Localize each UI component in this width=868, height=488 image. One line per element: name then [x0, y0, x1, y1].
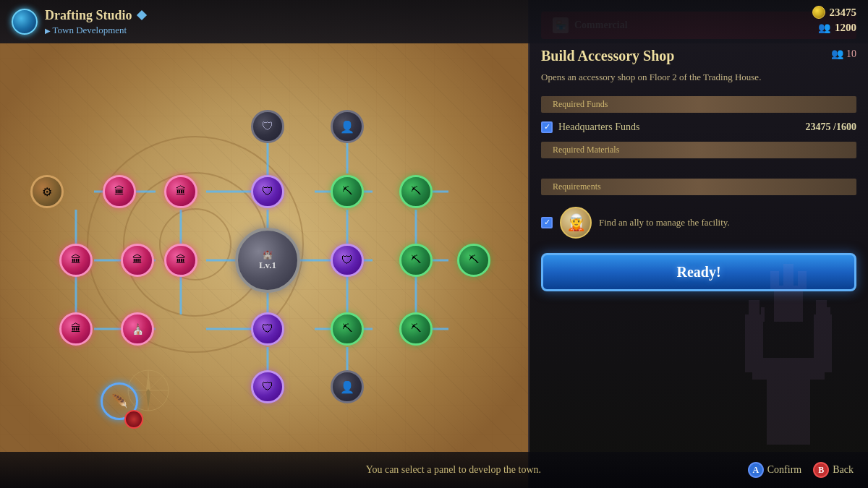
confirm-control[interactable]: A Confirm: [748, 462, 801, 478]
app-title-text: Drafting Studio: [45, 8, 132, 23]
node-purple-2[interactable]: 🛡: [331, 244, 364, 277]
subtitle-text: Town Development: [45, 25, 145, 36]
people-icon: 👥: [818, 22, 830, 34]
node-pink-1[interactable]: 🏛: [103, 175, 136, 208]
coin-icon: [812, 6, 825, 19]
bottom-buttons: A Confirm B Back: [748, 462, 854, 478]
node-red-small[interactable]: [124, 410, 143, 429]
title-area: Drafting Studio Town Development: [45, 8, 145, 36]
node-purple-4[interactable]: 🛡: [251, 370, 284, 403]
bottom-hint-text: You can select a panel to develop the to…: [159, 464, 748, 476]
svg-rect-41: [816, 300, 827, 322]
node-pink-2[interactable]: 🏛: [164, 175, 197, 208]
right-panel: 🏪 Commercial Build Accessory Shop 👥 10 O…: [528, 0, 868, 488]
people-resource: 👥 1200: [818, 22, 856, 34]
fund-amount: 23475 /1600: [806, 121, 856, 133]
node-green-pick-5[interactable]: ⛏: [399, 312, 433, 346]
build-title-text: Build Accessory Shop: [541, 48, 674, 64]
confirm-label: Confirm: [767, 464, 801, 476]
node-pink-3[interactable]: 🏛: [59, 244, 93, 277]
castle-silhouette: [709, 242, 868, 445]
center-node[interactable]: 🏰 Lv.1: [235, 228, 300, 293]
b-button[interactable]: B: [813, 462, 829, 478]
req-checkbox: ✓: [541, 217, 553, 228]
bottom-bar: You can select a panel to develop the to…: [0, 452, 868, 488]
back-control[interactable]: B Back: [813, 462, 854, 478]
fund-checkbox: ✓: [541, 121, 553, 133]
requirements-header: Requirements: [541, 179, 856, 195]
a-button[interactable]: A: [748, 462, 764, 478]
back-label: Back: [833, 464, 854, 476]
map-area: 🛡 👤 ⚙ 🏛 🏛 🛡 ⛏ ⛏ 🏛 🏛 �: [0, 0, 528, 488]
top-bar: Drafting Studio Town Development: [0, 0, 868, 43]
svg-marker-34: [146, 389, 150, 409]
node-brown-left[interactable]: ⚙: [30, 175, 64, 208]
resources-panel: 23475 👥 1200: [812, 6, 857, 34]
center-node-label: Lv.1: [259, 260, 276, 271]
build-description: Opens an accessory shop on Floor 2 of th…: [529, 70, 868, 93]
node-pink-4[interactable]: 🏛: [121, 244, 154, 277]
req-ally-icon: 🧝: [560, 207, 592, 239]
coins-value: 23475: [830, 7, 857, 19]
node-purple-1[interactable]: 🛡: [251, 175, 284, 208]
svg-marker-33: [146, 372, 150, 392]
req-text: Find an ally to manage the facility.: [599, 217, 730, 228]
node-green-pick-3[interactable]: ⛏: [457, 244, 490, 277]
build-population: 👥 10: [831, 48, 856, 60]
app-title: Drafting Studio: [45, 8, 145, 23]
node-pink-6[interactable]: 🏛: [59, 312, 93, 346]
svg-rect-44: [770, 271, 779, 289]
svg-rect-37: [745, 314, 763, 372]
people-value: 1200: [835, 22, 856, 34]
req-item: ✓ 🧝 Find an ally to manage the facility.: [541, 201, 856, 244]
node-green-pick-2[interactable]: ⛏: [399, 244, 433, 277]
required-funds-header: Required Funds: [541, 96, 856, 113]
node-green-pick-4[interactable]: ⛏: [331, 312, 364, 346]
node-person-top[interactable]: 👤: [331, 110, 364, 143]
node-shield-top[interactable]: 🛡: [251, 110, 284, 143]
svg-rect-43: [774, 286, 803, 322]
svg-rect-48: [770, 398, 807, 401]
pop-icon: 👥: [831, 48, 843, 60]
svg-rect-46: [798, 271, 807, 289]
build-header: Build Accessory Shop 👥 10: [529, 48, 868, 70]
pop-value: 10: [846, 48, 856, 60]
svg-rect-47: [781, 387, 796, 445]
svg-rect-40: [761, 307, 765, 322]
svg-rect-42: [827, 307, 830, 322]
node-purple-3[interactable]: 🛡: [251, 312, 284, 346]
node-pink-5[interactable]: 🏛: [164, 244, 197, 277]
node-green-pick-1[interactable]: ⛏: [331, 175, 364, 208]
fund-item: ✓ Headquarters Funds 23475 /1600: [529, 116, 868, 139]
required-materials-header: Required Materials: [541, 142, 856, 158]
menu-orb[interactable]: [12, 9, 38, 35]
coins-resource: 23475: [812, 6, 857, 19]
requirements-section: ✓ 🧝 Find an ally to manage the facility.: [541, 201, 856, 244]
title-diamond-icon: [136, 10, 146, 20]
fund-name: Headquarters Funds: [558, 121, 800, 133]
node-grid: 🛡 👤 ⚙ 🏛 🏛 🛡 ⛏ ⛏ 🏛 🏛 �: [14, 47, 521, 459]
node-green-dark-1[interactable]: ⛏: [399, 175, 433, 208]
svg-rect-39: [749, 300, 760, 322]
node-pink-7[interactable]: ⛪: [121, 312, 154, 346]
node-dark-bottom[interactable]: 👤: [331, 370, 364, 403]
svg-rect-38: [814, 314, 832, 372]
svg-rect-45: [783, 264, 793, 289]
